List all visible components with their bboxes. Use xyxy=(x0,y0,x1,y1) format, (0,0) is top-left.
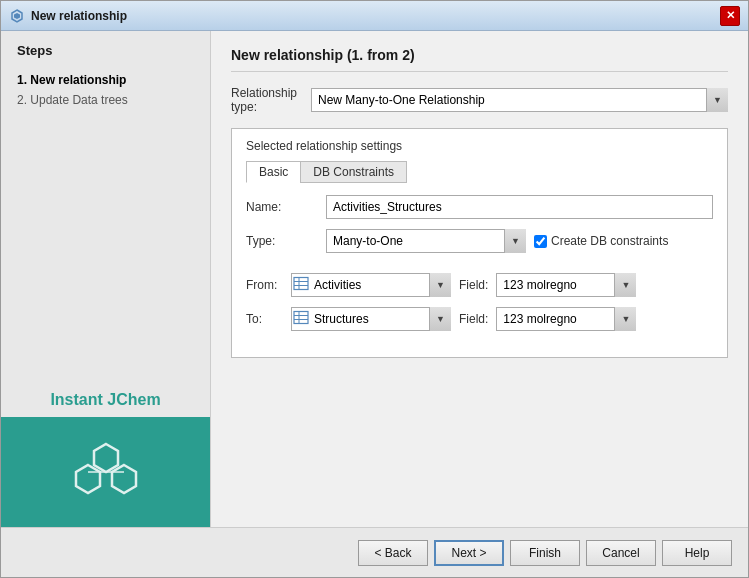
to-field-label: Field: xyxy=(459,312,488,326)
step-2-label: Update Data trees xyxy=(30,93,127,107)
relationship-type-select[interactable]: New Many-to-One Relationship xyxy=(311,88,728,112)
sidebar: Steps 1. New relationship 2. Update Data… xyxy=(1,31,211,527)
to-field-select[interactable]: 123 molregno xyxy=(496,307,636,331)
back-button[interactable]: < Back xyxy=(358,540,428,566)
to-label: To: xyxy=(246,312,291,326)
name-row: Name: xyxy=(246,195,713,219)
cancel-button[interactable]: Cancel xyxy=(586,540,656,566)
from-field-wrap: 123 molregno ▼ xyxy=(496,273,636,297)
svg-marker-3 xyxy=(76,465,100,493)
type-select[interactable]: Many-to-One xyxy=(326,229,526,253)
step-1: 1. New relationship xyxy=(17,70,194,90)
tab-basic[interactable]: Basic xyxy=(246,161,300,183)
svg-marker-4 xyxy=(112,465,136,493)
content-area: Steps 1. New relationship 2. Update Data… xyxy=(1,31,748,527)
steps-list: 1. New relationship 2. Update Data trees xyxy=(1,66,210,114)
from-table-select[interactable]: Activities xyxy=(291,273,451,297)
from-field-select[interactable]: 123 molregno xyxy=(496,273,636,297)
step-2-number: 2. xyxy=(17,93,27,107)
brand-text: Instant JChem xyxy=(1,379,210,417)
close-button[interactable]: ✕ xyxy=(720,6,740,26)
name-input[interactable] xyxy=(326,195,713,219)
svg-marker-2 xyxy=(94,444,118,472)
from-table-wrap: Activities ▼ xyxy=(291,273,451,297)
type-select-wrap: Many-to-One ▼ xyxy=(326,229,526,253)
step-1-label: New relationship xyxy=(30,73,126,87)
main-panel: New relationship (1. from 2) Relationshi… xyxy=(211,31,748,527)
svg-marker-1 xyxy=(14,13,20,19)
sidebar-brand: Instant JChem xyxy=(1,379,210,527)
to-row: To: Structures xyxy=(246,307,713,331)
next-button[interactable]: Next > xyxy=(434,540,504,566)
create-db-checkbox[interactable] xyxy=(534,235,547,248)
type-row: Type: Many-to-One ▼ Create DB constraint… xyxy=(246,229,713,253)
to-field-wrap: 123 molregno ▼ xyxy=(496,307,636,331)
tab-db-constraints[interactable]: DB Constraints xyxy=(300,161,407,183)
tabs: Basic DB Constraints xyxy=(246,161,713,183)
finish-button[interactable]: Finish xyxy=(510,540,580,566)
brand-logo-icon xyxy=(66,432,146,512)
relationship-type-wrap: New Many-to-One Relationship ▼ xyxy=(311,88,728,112)
type-label: Type: xyxy=(246,234,326,248)
create-db-label: Create DB constraints xyxy=(551,234,668,248)
title-bar: New relationship ✕ xyxy=(1,1,748,31)
relationship-type-label: Relationship type: xyxy=(231,86,311,114)
steps-header: Steps xyxy=(1,31,210,66)
panel-title: New relationship (1. from 2) xyxy=(231,47,728,72)
window-title: New relationship xyxy=(31,9,720,23)
from-label: From: xyxy=(246,278,291,292)
name-label: Name: xyxy=(246,200,326,214)
to-table-wrap: Structures ▼ xyxy=(291,307,451,331)
footer: < Back Next > Finish Cancel Help xyxy=(1,527,748,577)
step-1-number: 1. xyxy=(17,73,27,87)
from-row: From: Activities xyxy=(246,273,713,297)
new-relationship-window: New relationship ✕ Steps 1. New relation… xyxy=(0,0,749,578)
relationship-type-row: Relationship type: New Many-to-One Relat… xyxy=(231,86,728,114)
window-icon xyxy=(9,8,25,24)
help-button[interactable]: Help xyxy=(662,540,732,566)
brand-logo xyxy=(1,417,210,527)
settings-group: Selected relationship settings Basic DB … xyxy=(231,128,728,358)
to-table-select[interactable]: Structures xyxy=(291,307,451,331)
group-title: Selected relationship settings xyxy=(246,139,713,153)
from-field-label: Field: xyxy=(459,278,488,292)
name-input-wrap xyxy=(326,195,713,219)
create-db-row: Create DB constraints xyxy=(534,234,668,248)
step-2: 2. Update Data trees xyxy=(17,90,194,110)
